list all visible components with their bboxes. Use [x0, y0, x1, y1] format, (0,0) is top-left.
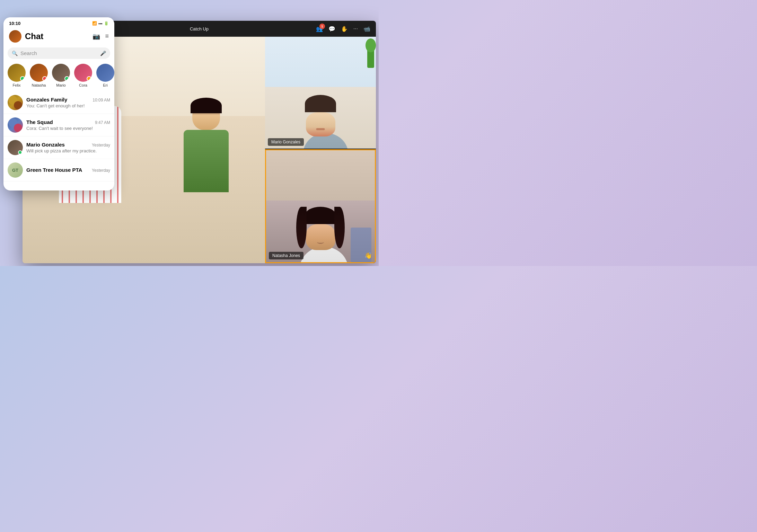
mario-status-dot — [64, 76, 69, 81]
avatar-item-eri[interactable]: Eri — [96, 64, 114, 87]
gonzales-family-body: Gonzales Family 10:09 AM You: Can't get … — [26, 97, 110, 108]
wifi-icon: 📶 — [92, 21, 97, 26]
squad-avatar — [8, 117, 23, 133]
signal-icon: ▪▪▪ — [98, 21, 103, 26]
hand-wave-emoji: 👋 — [364, 252, 372, 259]
felix-status-dot — [20, 76, 25, 81]
mario-chat-avatar — [8, 140, 23, 155]
gonzales-family-top: Gonzales Family 10:09 AM — [26, 97, 110, 103]
chat-header: Chat 📷 ≡ — [3, 28, 114, 46]
filter-icon[interactable]: ≡ — [105, 33, 109, 40]
natasha-video-bg: 👋 Natasha Jones — [266, 150, 375, 262]
battery-icon: 🔋 — [104, 21, 109, 26]
search-icon: 🔍 — [12, 51, 18, 56]
pta-avatar: GT — [8, 162, 23, 178]
child-body — [184, 130, 229, 192]
squad-time: 9:47 AM — [95, 120, 110, 125]
pta-body: Green Tree House PTA Yesterday — [26, 167, 110, 174]
participants-badge: 1 — [319, 24, 325, 29]
chat-list: Gonzales Family 10:09 AM You: Can't get … — [3, 91, 114, 181]
natasha-face-container — [300, 207, 341, 255]
pta-initials: GT — [12, 168, 18, 173]
mario-name: Mario — [56, 83, 66, 87]
user-avatar[interactable] — [9, 30, 21, 43]
pta-time: Yesterday — [92, 168, 110, 173]
child-head — [192, 100, 220, 130]
squad-preview: Cora: Can't wait to see everyone! — [26, 126, 110, 131]
gonzales-family-avatar — [8, 95, 23, 110]
avatar-item-cora[interactable]: Cora — [74, 64, 92, 87]
mario-chat-name: Mario Gonzales — [26, 142, 65, 148]
avatar-item-mario[interactable]: Mario — [52, 64, 70, 87]
chat-item-gonzales-family[interactable]: Gonzales Family 10:09 AM You: Can't get … — [3, 91, 114, 114]
natasha-status-dot — [42, 76, 47, 81]
mario-avatar — [52, 64, 70, 82]
mario-face-container — [303, 95, 338, 136]
cora-status-dot — [87, 76, 91, 81]
cora-avatar — [74, 64, 92, 82]
right-video-panels: Mario Gonzales — [265, 37, 376, 263]
chat-button[interactable]: 💬 — [328, 26, 335, 32]
mario-top: Mario Gonzales Yesterday — [26, 142, 110, 148]
avatar-item-felix[interactable]: Felix — [8, 64, 26, 87]
gonzales-family-name: Gonzales Family — [26, 97, 67, 103]
title-bar-right: 👥 1 💬 ✋ ··· 📹 — [316, 26, 370, 32]
mario-chat-time: Yesterday — [92, 143, 110, 148]
mario-preview: Will pick up pizza after my practice. — [26, 148, 110, 153]
child-figure — [171, 94, 241, 264]
chat-item-pta[interactable]: GT Green Tree House PTA Yesterday — [3, 159, 114, 181]
video-button[interactable]: 📹 — [363, 26, 370, 32]
squad-top: The Squad 9:47 AM — [26, 119, 110, 125]
squad-name: The Squad — [26, 119, 53, 125]
natasha-name-label: Natasha Jones — [269, 252, 303, 259]
mario-video-bg: Mario Gonzales — [265, 37, 376, 149]
more-options-button[interactable]: ··· — [353, 26, 358, 32]
mario-video-panel: Mario Gonzales — [265, 37, 376, 149]
chat-title: Chat — [25, 32, 43, 41]
chat-item-mario[interactable]: Mario Gonzales Yesterday Will pick up pi… — [3, 136, 114, 159]
search-bar[interactable]: 🔍 Search 🎤 — [8, 47, 110, 59]
status-icons: 📶 ▪▪▪ 🔋 — [92, 21, 109, 26]
mobile-status-bar: 10:10 📶 ▪▪▪ 🔋 — [3, 17, 114, 28]
avatar-row: Felix Natasha Mario Cora Eri — [3, 62, 114, 91]
chat-header-actions: 📷 ≡ — [93, 33, 109, 40]
search-input[interactable]: Search — [20, 50, 97, 56]
cora-name: Cora — [79, 83, 87, 87]
gonzales-family-preview: You: Can't get enough of her! — [26, 103, 110, 108]
gonzales-family-time: 10:09 AM — [93, 98, 110, 103]
pta-top: Green Tree House PTA Yesterday — [26, 167, 110, 173]
participants-button[interactable]: 👥 1 — [316, 26, 323, 32]
natasha-avatar — [30, 64, 48, 82]
mario-body: Mario Gonzales Yesterday Will pick up pi… — [26, 142, 110, 153]
felix-avatar — [8, 64, 26, 82]
mobile-time: 10:10 — [9, 21, 20, 26]
natasha-video-panel: 👋 Natasha Jones — [265, 149, 376, 263]
chat-item-squad[interactable]: The Squad 9:47 AM Cora: Can't wait to se… — [3, 114, 114, 136]
mobile-chat-overlay: 10:10 📶 ▪▪▪ 🔋 Chat 📷 ≡ 🔍 Search 🎤 Felix — [3, 17, 114, 190]
avatar-item-natasha[interactable]: Natasha — [30, 64, 48, 87]
window-title: Catch Up — [190, 26, 209, 32]
chat-header-left: Chat — [9, 30, 43, 43]
eri-avatar — [96, 64, 114, 82]
mario-name-label: Mario Gonzales — [268, 138, 304, 146]
squad-body: The Squad 9:47 AM Cora: Can't wait to se… — [26, 119, 110, 131]
eri-name: Eri — [103, 83, 107, 87]
raise-hand-button[interactable]: ✋ — [341, 26, 348, 32]
felix-name: Felix — [12, 83, 20, 87]
microphone-icon[interactable]: 🎤 — [100, 51, 106, 56]
natasha-name: Natasha — [32, 83, 46, 87]
mario-online-dot — [18, 150, 22, 154]
pta-name: Green Tree House PTA — [26, 167, 82, 173]
camera-icon[interactable]: 📷 — [93, 33, 100, 40]
